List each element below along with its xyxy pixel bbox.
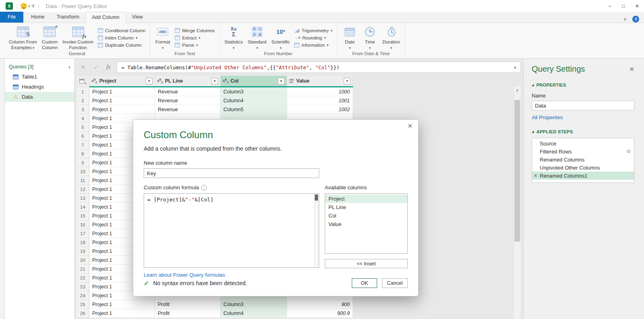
row-number[interactable]: 14	[76, 203, 89, 211]
cell-project[interactable]: Project 1	[89, 309, 155, 318]
tab-transform[interactable]: Transform	[51, 12, 86, 23]
parse-button[interactable]: Parse	[173, 42, 216, 48]
column-header-value[interactable]: ABC123 Value ▼	[287, 76, 353, 86]
collapse-queries-pane-icon[interactable]: ‹	[68, 64, 70, 70]
insert-button[interactable]: << Insert	[325, 259, 408, 268]
row-number[interactable]: 12	[76, 185, 89, 194]
available-column-item[interactable]: PL Line	[325, 203, 407, 211]
column-header-pl-line[interactable]: ABC PL Line ▼	[155, 76, 221, 86]
row-number[interactable]: 21	[76, 265, 89, 273]
custom-formula-input[interactable]: = [Project]&"-"&[Col]	[144, 193, 319, 268]
commit-formula-icon[interactable]: ✓	[94, 64, 99, 70]
row-number[interactable]: 20	[76, 256, 89, 265]
learn-formulas-link[interactable]: Learn about Power Query formulas	[144, 272, 225, 278]
maximize-button[interactable]: □	[617, 0, 630, 12]
collapse-ribbon-icon[interactable]: ∧	[623, 17, 627, 22]
filter-icon[interactable]: ▼	[344, 78, 351, 85]
help-icon[interactable]: ?	[632, 16, 639, 23]
query-list-item[interactable]: Headings	[5, 82, 74, 92]
new-column-name-input[interactable]	[144, 168, 319, 178]
cell-pl-line[interactable]: Profit	[155, 300, 221, 309]
row-number[interactable]: 22	[76, 273, 89, 282]
row-number[interactable]: 1	[76, 87, 89, 96]
applied-step-item[interactable]: ✕ Renamed Columns ⚙	[532, 155, 634, 164]
row-number[interactable]: 13	[76, 194, 89, 203]
cell-pl-line[interactable]: Revenue	[155, 96, 221, 105]
row-number[interactable]: 25	[76, 300, 89, 309]
cell-pl-line[interactable]: Profit	[155, 309, 221, 318]
minimize-button[interactable]: –	[603, 0, 617, 12]
select-all-corner[interactable]: ▾	[76, 76, 89, 86]
fx-icon[interactable]: fx	[106, 64, 110, 70]
date-button[interactable]: Date	[341, 24, 359, 51]
cell-col[interactable]: Column4	[221, 96, 287, 105]
row-number[interactable]: 8	[76, 149, 89, 158]
custom-column-button[interactable]: * Custom Column	[40, 24, 60, 51]
smiley-dropdown-icon[interactable]: ▾	[28, 4, 30, 8]
vertical-scrollbar[interactable]: ∧	[514, 86, 520, 319]
query-list-item[interactable]: Table1	[5, 72, 74, 82]
cancel-formula-icon[interactable]: ✕	[80, 64, 86, 71]
tab-file[interactable]: File	[0, 12, 23, 23]
cell-project[interactable]: Project 1	[89, 300, 155, 309]
customize-quick-access-toolbar-icon[interactable]: ▾	[31, 5, 35, 8]
formula-input[interactable]: = Table.RenameColumns(#"Unpivoted Other …	[117, 62, 521, 73]
column-from-examples-button[interactable]: ↯ Column From Examples	[7, 24, 39, 51]
smiley-feedback-icon[interactable]	[21, 3, 27, 9]
row-number[interactable]: 7	[76, 141, 89, 149]
all-properties-link[interactable]: All Properties	[532, 114, 563, 120]
statistics-button[interactable]: X̄σΣ Statistics	[223, 24, 245, 51]
invoke-custom-function-button[interactable]: fx Invoke Custom Function	[61, 24, 95, 51]
index-column-button[interactable]: Index Column	[97, 35, 147, 41]
cell-value[interactable]: 1002	[287, 105, 353, 114]
applied-step-item[interactable]: ✕ Filtered Rows ⚙	[532, 147, 634, 155]
cancel-button[interactable]: Cancel	[382, 278, 408, 288]
trigonometry-button[interactable]: Trigonometry	[293, 28, 334, 33]
info-icon[interactable]: i	[201, 185, 207, 191]
cell-value[interactable]: 900	[287, 300, 353, 309]
row-number[interactable]: 9	[76, 158, 89, 167]
query-list-item[interactable]: Data	[5, 92, 74, 102]
duration-button[interactable]: Duration	[381, 24, 401, 51]
rounding-button[interactable]: →.0 Rounding	[293, 35, 334, 41]
applied-step-item[interactable]: ✕ Unpivoted Other Columns ⚙	[532, 164, 634, 172]
tab-view[interactable]: View	[126, 12, 149, 23]
row-number[interactable]: 19	[76, 247, 89, 256]
cell-project[interactable]: Project 1	[89, 87, 155, 96]
formula-scrollbar[interactable]	[314, 194, 319, 267]
row-number[interactable]: 26	[76, 309, 89, 318]
tab-home[interactable]: Home	[25, 12, 50, 23]
available-column-item[interactable]: Project	[325, 195, 407, 203]
available-column-item[interactable]: Value	[325, 220, 407, 228]
column-header-project[interactable]: ABC Project ▼	[89, 76, 155, 86]
dialog-close-icon[interactable]: ✕	[407, 122, 413, 130]
row-number[interactable]: 17	[76, 229, 89, 238]
applied-step-item[interactable]: ✕ Renamed Columns1 ⚙	[532, 172, 634, 180]
filter-icon[interactable]: ▼	[211, 78, 218, 85]
applied-steps-section-header[interactable]: ◢ APPLIED STEPS	[532, 129, 634, 134]
row-number[interactable]: 4	[76, 114, 89, 123]
time-button[interactable]: Time	[361, 24, 379, 51]
row-number[interactable]: 11	[76, 176, 89, 185]
cell-project[interactable]: Project 1	[89, 105, 155, 114]
row-number[interactable]: 15	[76, 211, 89, 220]
duplicate-column-button[interactable]: Duplicate Column	[97, 42, 147, 48]
extract-button[interactable]: Extract	[173, 35, 216, 41]
scientific-button[interactable]: 10² Scientific	[270, 24, 291, 51]
scrollbar-thumb[interactable]	[315, 195, 318, 201]
ok-button[interactable]: OK	[352, 278, 377, 288]
cell-pl-line[interactable]: Revenue	[155, 87, 221, 96]
cell-col[interactable]: Column3	[221, 87, 287, 96]
expand-formula-bar-icon[interactable]: ∨	[514, 65, 516, 70]
standard-button[interactable]: +−÷× Standard	[246, 24, 268, 51]
cell-value[interactable]: 1000	[287, 87, 353, 96]
format-button[interactable]: ABC Format	[153, 24, 172, 51]
column-header-col[interactable]: ABC Col ▼	[221, 76, 287, 86]
cell-value[interactable]: 1001	[287, 96, 353, 105]
properties-section-header[interactable]: ◢ PROPERTIES	[532, 83, 634, 87]
close-button[interactable]: ✕	[630, 0, 644, 12]
scroll-up-icon[interactable]: ∧	[514, 86, 520, 94]
row-number[interactable]: 5	[76, 123, 89, 132]
delete-step-icon[interactable]: ✕	[534, 173, 540, 178]
cell-col[interactable]: Column3	[221, 300, 287, 309]
